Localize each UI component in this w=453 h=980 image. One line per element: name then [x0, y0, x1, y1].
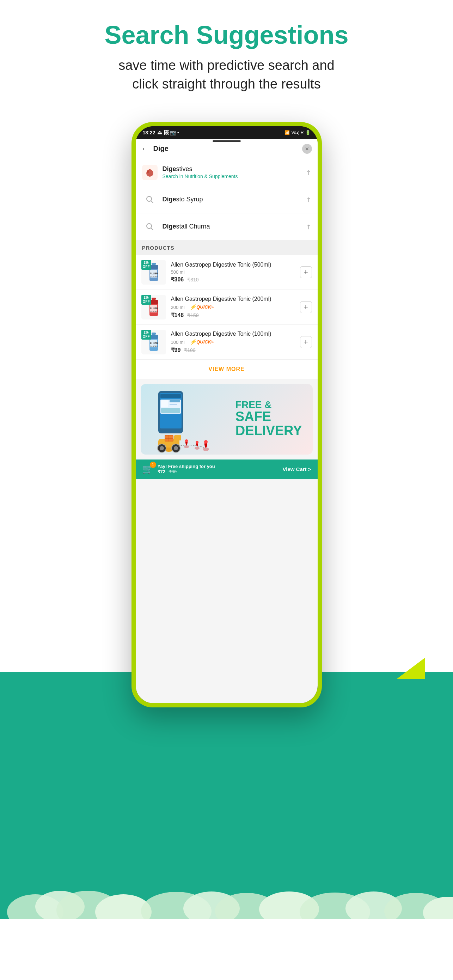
suggestion-name: Digestall Churna [162, 223, 306, 230]
svg-point-41 [195, 447, 200, 450]
cart-prices: ₹72 ₹80 [157, 469, 215, 474]
price-old: ₹150 [187, 312, 199, 318]
cart-badge: 1 [150, 461, 156, 468]
delivery-svg [144, 388, 215, 455]
svg-text:GASTRO: GASTRO [150, 275, 157, 278]
svg-point-42 [196, 441, 199, 444]
quick-label: QUICK [196, 339, 211, 345]
search-svg [146, 223, 154, 231]
delivery-text: FREE & SAFE DELIVERY [235, 393, 313, 445]
discount-badge: 1%OFF [141, 330, 151, 340]
cart-info: Yay! Free shipping for you ₹72 ₹80 [157, 464, 215, 474]
lightning-icon: ⚡ [189, 339, 196, 345]
product-size: 500 ml [171, 269, 300, 275]
svg-line-5 [151, 228, 153, 230]
price-current: ₹148 [171, 312, 184, 318]
time: 13:22 [143, 130, 156, 135]
product-size-quick: 100 ml ⚡ QUICK » [171, 339, 300, 345]
search-icon [142, 219, 157, 234]
search-icon [142, 192, 157, 207]
svg-text:GASTRO: GASTRO [150, 345, 157, 347]
search-bar[interactable]: ← Dige ✕ [136, 139, 318, 159]
clear-icon: ✕ [305, 146, 309, 152]
svg-text:ALLEN: ALLEN [149, 272, 157, 275]
signal-text: Vo₄) R [291, 130, 304, 135]
add-to-cart-button[interactable]: + [300, 266, 312, 278]
svg-rect-18 [152, 332, 156, 335]
discount-badge: 1%OFF [141, 260, 151, 270]
quick-arrow: » [211, 304, 214, 310]
search-input[interactable]: Dige [153, 145, 298, 153]
clouds-decoration [0, 856, 453, 919]
suggestion-text: Digestives Search in Nutrition & Supplem… [162, 165, 306, 179]
product-item[interactable]: 1%OFF ALLEN GASTRO Allen Gastropep Dige [136, 255, 318, 290]
product-info: Allen Gastropep Digestive Tonic (100ml) … [171, 331, 300, 354]
view-more-section: VIEW MORE [136, 360, 318, 379]
view-cart-button[interactable]: View Cart > [282, 466, 311, 472]
phone-inner: 13:22 ⛰ 🖼 📷 • 📶 Vo₄) R 🔋 ← Dige [136, 126, 318, 703]
add-to-cart-button[interactable]: + [300, 336, 312, 348]
search-svg [146, 196, 154, 204]
svg-rect-30 [170, 404, 177, 405]
svg-point-36 [160, 446, 164, 450]
cart-icon-wrap: 🛒 1 [142, 464, 153, 475]
cart-price-current: ₹72 [157, 469, 165, 474]
search-bold-text: Dige [153, 145, 168, 152]
products-header: PRODUCTS [136, 240, 318, 255]
svg-text:ALLEN: ALLEN [149, 342, 157, 345]
delivery-banner: FREE & SAFE DELIVERY [141, 384, 313, 455]
product-price-row: ₹148 ₹150 [171, 312, 300, 318]
status-bar: 13:22 ⛰ 🖼 📷 • 📶 Vo₄) R 🔋 [136, 126, 318, 139]
quick-badge: ⚡ QUICK » [189, 304, 214, 310]
svg-rect-6 [152, 263, 156, 265]
status-left: 13:22 ⛰ 🖼 📷 • [143, 130, 179, 135]
svg-rect-12 [152, 298, 156, 300]
product-price-row: ₹306 ₹310 [171, 276, 300, 283]
delivery-safe-line: SAFE [235, 410, 302, 423]
phone-scene: 13:22 ⛰ 🖼 📷 • 📶 Vo₄) R 🔋 ← Dige [0, 108, 453, 919]
quick-arrow: » [211, 339, 214, 345]
view-more-button[interactable]: VIEW MORE [208, 366, 244, 372]
speaker-bar [213, 140, 241, 142]
battery-icon: 🔋 [305, 130, 311, 135]
product-name: Allen Gastropep Digestive Tonic (500ml) [171, 261, 300, 269]
suggestion-sub: Search in Nutrition & Supplements [162, 173, 306, 179]
price-old: ₹310 [187, 277, 199, 282]
cart-bar: 🛒 1 Yay! Free shipping for you ₹72 ₹80 V… [136, 460, 318, 479]
product-image: 1%OFF ALLEN GASTRO [141, 295, 166, 320]
delivery-word-line: DELIVERY [235, 423, 302, 438]
svg-rect-31 [161, 408, 180, 413]
svg-point-39 [184, 445, 189, 448]
product-price-row: ₹99 ₹100 [171, 347, 300, 353]
suggestion-item[interactable]: Digestives Search in Nutrition & Supplem… [136, 159, 318, 186]
clouds-svg [0, 856, 453, 919]
product-name: Allen Gastropep Digestive Tonic (100ml) [171, 331, 300, 338]
svg-point-40 [185, 439, 188, 442]
suggestion-item[interactable]: Digestall Churna ↗ [136, 213, 318, 240]
suggestion-item[interactable]: Digesto Syrup ↗ [136, 186, 318, 213]
page-header: Search Suggestions save time with predic… [0, 0, 453, 108]
category-icon [142, 165, 157, 180]
product-image: 1%OFF ALLEN GASTRO [141, 330, 166, 355]
suggestion-name: Digestives [162, 165, 306, 173]
clear-button[interactable]: ✕ [302, 144, 312, 154]
product-name: Allen Gastropep Digestive Tonic (200ml) [171, 296, 300, 303]
product-item[interactable]: 1%OFF ALLEN GASTRO Allen Gastropep Diges… [136, 325, 318, 360]
product-image: 1%OFF ALLEN GASTRO [141, 260, 166, 285]
suggestion-name: Digesto Syrup [162, 196, 306, 203]
status-right: 📶 Vo₄) R 🔋 [285, 130, 310, 135]
delivery-free-line: FREE & [235, 400, 302, 410]
back-button[interactable]: ← [141, 144, 149, 153]
svg-text:GASTRO: GASTRO [150, 310, 157, 312]
suggestion-text: Digestall Churna [162, 223, 306, 230]
bold-part: Dige [162, 196, 176, 203]
add-to-cart-button[interactable]: + [300, 301, 312, 313]
svg-rect-26 [161, 394, 181, 398]
discount-badge: 1%OFF [141, 295, 151, 305]
svg-rect-34 [174, 435, 181, 441]
wifi-icon: 📶 [285, 130, 290, 135]
lime-decoration-top [397, 658, 425, 679]
cart-left: 🛒 1 Yay! Free shipping for you ₹72 ₹80 [142, 464, 215, 475]
quick-badge: ⚡ QUICK » [189, 339, 214, 345]
product-item[interactable]: 1%OFF ALLEN GASTRO Allen Gastropep Diges… [136, 290, 318, 325]
